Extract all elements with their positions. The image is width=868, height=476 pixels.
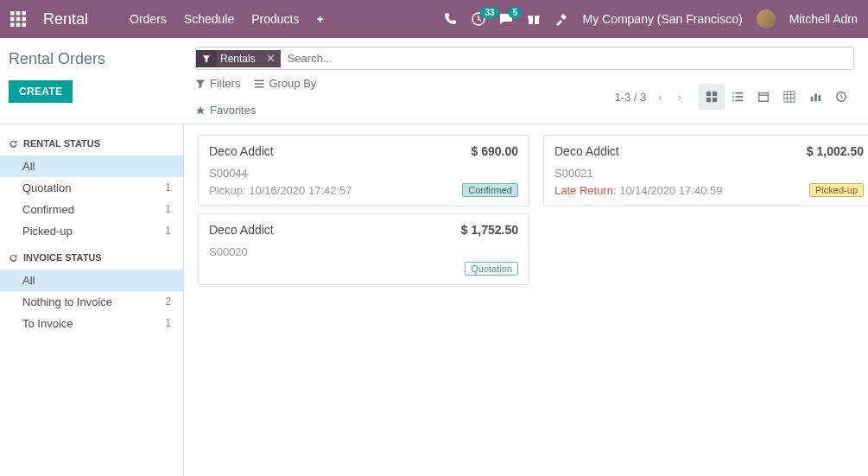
sidebar-item[interactable]: Nothing to Invoice2 bbox=[0, 291, 183, 313]
sidebar: RENTAL STATUS AllQuotation1Confirmed1Pic… bbox=[0, 124, 184, 476]
sidebar-item[interactable]: All bbox=[0, 155, 183, 177]
refresh-icon bbox=[9, 253, 18, 263]
svg-rect-7 bbox=[16, 23, 21, 28]
refresh-icon bbox=[9, 139, 18, 149]
svg-rect-20 bbox=[732, 92, 734, 94]
status-badge: Quotation bbox=[465, 262, 518, 276]
user-name[interactable]: Mitchell Adm bbox=[789, 12, 858, 26]
gift-icon[interactable] bbox=[527, 12, 541, 26]
order-card[interactable]: Deco Addict$ 1,002.50S00021Late Return: … bbox=[543, 135, 868, 206]
card-title: Deco Addict bbox=[209, 223, 274, 237]
tools-icon[interactable] bbox=[554, 12, 568, 26]
phone-icon[interactable] bbox=[444, 12, 458, 26]
svg-rect-18 bbox=[706, 98, 711, 102]
sidebar-item[interactable]: Picked-up1 bbox=[0, 220, 183, 242]
sidebar-header-rental: RENTAL STATUS bbox=[0, 135, 183, 155]
search-input[interactable] bbox=[281, 48, 853, 69]
svg-rect-15 bbox=[255, 86, 264, 88]
svg-rect-5 bbox=[22, 17, 27, 22]
main-content: RENTAL STATUS AllQuotation1Confirmed1Pic… bbox=[0, 124, 868, 476]
svg-rect-13 bbox=[255, 79, 264, 81]
svg-rect-23 bbox=[735, 96, 743, 98]
facet-label: Rentals bbox=[217, 50, 261, 67]
view-list-icon[interactable] bbox=[725, 84, 751, 110]
favorites-button[interactable]: Favorites bbox=[195, 104, 391, 117]
status-badge: Confirmed bbox=[462, 183, 518, 197]
search-facet: Rentals ✕ bbox=[196, 50, 281, 67]
card-amount: $ 1,752.50 bbox=[461, 223, 518, 237]
pager-next-icon[interactable]: › bbox=[675, 87, 685, 107]
sidebar-item-label: Picked-up bbox=[22, 225, 73, 238]
svg-rect-17 bbox=[713, 92, 717, 96]
nav-menu: Orders Schedule Products + bbox=[130, 12, 324, 26]
card-ref: S00021 bbox=[554, 167, 864, 180]
card-title: Deco Addict bbox=[554, 144, 619, 158]
nav-schedule[interactable]: Schedule bbox=[184, 12, 234, 26]
svg-rect-21 bbox=[735, 92, 743, 94]
svg-rect-2 bbox=[22, 11, 27, 16]
messages-icon[interactable]: 5 bbox=[499, 12, 513, 26]
order-card[interactable]: Deco Addict$ 690.00S00044Pickup: 10/16/2… bbox=[198, 135, 529, 206]
view-calendar-icon[interactable] bbox=[751, 84, 776, 110]
pager-prev-icon[interactable]: ‹ bbox=[655, 87, 665, 107]
svg-rect-22 bbox=[732, 96, 734, 98]
nav-orders[interactable]: Orders bbox=[130, 12, 167, 26]
groupby-button[interactable]: Group By bbox=[254, 77, 316, 90]
nav-products[interactable]: Products bbox=[251, 12, 299, 26]
sidebar-item-count: 2 bbox=[165, 295, 171, 308]
company-switcher[interactable]: My Company (San Francisco) bbox=[582, 12, 742, 26]
facet-close-icon[interactable]: ✕ bbox=[261, 52, 281, 65]
breadcrumb: Rental Orders bbox=[9, 47, 181, 68]
svg-rect-4 bbox=[16, 17, 21, 22]
pager-text: 1-3 / 3 bbox=[614, 91, 646, 104]
status-badge: Picked-up bbox=[809, 183, 864, 197]
svg-rect-0 bbox=[10, 11, 15, 16]
sidebar-item[interactable]: Quotation1 bbox=[0, 177, 183, 199]
svg-rect-33 bbox=[811, 97, 814, 101]
activities-badge: 33 bbox=[480, 7, 498, 18]
activities-icon[interactable]: 33 bbox=[472, 12, 485, 26]
svg-rect-1 bbox=[16, 11, 21, 16]
svg-rect-8 bbox=[22, 23, 27, 28]
messages-badge: 5 bbox=[508, 7, 522, 18]
view-activity-icon[interactable] bbox=[828, 84, 854, 110]
svg-rect-12 bbox=[533, 14, 535, 24]
avatar[interactable] bbox=[757, 10, 776, 29]
sidebar-item-label: Nothing to Invoice bbox=[22, 295, 112, 308]
app-brand[interactable]: Rental bbox=[43, 10, 88, 29]
toolbar: Filters Group By Favorites 1-3 / 3 ‹ › bbox=[195, 77, 854, 117]
svg-rect-35 bbox=[819, 95, 821, 101]
svg-rect-25 bbox=[735, 100, 743, 102]
card-amount: $ 1,002.50 bbox=[807, 144, 864, 158]
search-bar[interactable]: Rentals ✕ bbox=[195, 47, 854, 70]
sidebar-item-label: Confirmed bbox=[22, 203, 74, 216]
svg-rect-24 bbox=[732, 100, 734, 102]
view-graph-icon[interactable] bbox=[802, 84, 828, 110]
sidebar-item-label: All bbox=[22, 160, 35, 173]
filters-button[interactable]: Filters bbox=[195, 77, 240, 90]
svg-rect-3 bbox=[10, 17, 15, 22]
svg-rect-14 bbox=[255, 83, 264, 85]
sidebar-item-label: To Invoice bbox=[22, 317, 73, 330]
sidebar-item[interactable]: All bbox=[0, 270, 183, 291]
sidebar-item-count: 1 bbox=[165, 225, 171, 238]
card-ref: S00044 bbox=[209, 167, 518, 180]
apps-icon[interactable] bbox=[10, 11, 26, 27]
view-switcher bbox=[699, 84, 854, 110]
sidebar-item[interactable]: Confirmed1 bbox=[0, 199, 183, 220]
order-card[interactable]: Deco Addict$ 1,752.50S00020Quotation bbox=[198, 213, 529, 285]
svg-rect-19 bbox=[713, 98, 717, 102]
svg-rect-28 bbox=[784, 92, 795, 102]
sidebar-item-count: 1 bbox=[165, 181, 171, 194]
card-date: Pickup: 10/16/2020 17:42:57 bbox=[209, 184, 352, 197]
nav-plus[interactable]: + bbox=[316, 12, 323, 26]
control-panel: Rental Orders CREATE Rentals ✕ Filters G… bbox=[0, 38, 868, 124]
kanban-content: Deco Addict$ 690.00S00044Pickup: 10/16/2… bbox=[184, 124, 868, 476]
view-kanban-icon[interactable] bbox=[699, 84, 725, 110]
pager: 1-3 / 3 ‹ › bbox=[614, 87, 685, 107]
sidebar-item[interactable]: To Invoice1 bbox=[0, 313, 183, 334]
top-nav: Rental Orders Schedule Products + 33 5 M… bbox=[0, 0, 868, 38]
create-button[interactable]: CREATE bbox=[9, 80, 73, 103]
kanban-column: Deco Addict$ 1,002.50S00021Late Return: … bbox=[543, 135, 868, 206]
view-pivot-icon[interactable] bbox=[776, 84, 802, 110]
